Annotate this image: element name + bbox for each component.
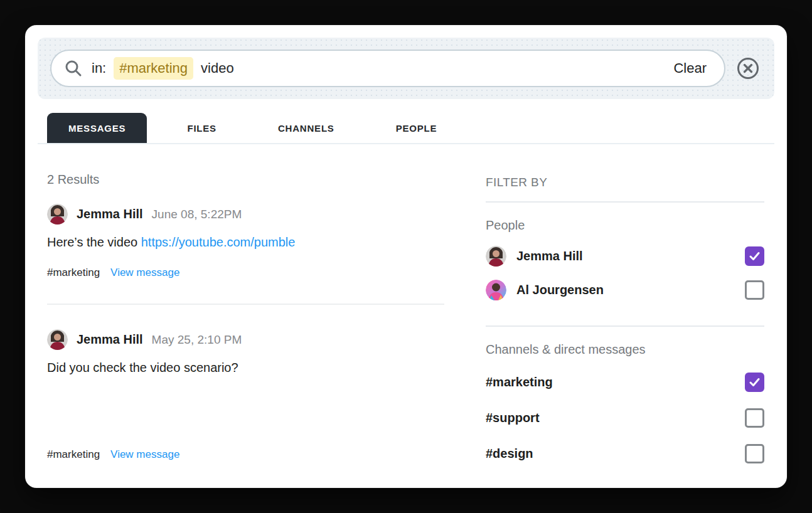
channels-group-label: Channels & direct messages bbox=[486, 342, 764, 357]
tab-files[interactable]: FILES bbox=[166, 113, 238, 143]
clear-search-button[interactable]: Clear bbox=[673, 60, 707, 77]
message-timestamp: May 25, 2:10 PM bbox=[152, 333, 242, 347]
people-group-label: People bbox=[486, 218, 764, 233]
filter-divider bbox=[486, 201, 764, 203]
message-footer: #marketing View message bbox=[47, 267, 454, 279]
channels-filter-group: Channels & direct messages #marketing #s… bbox=[486, 325, 764, 464]
results-and-filters: 2 Results Jemma Hill June 08, 5:22PM bbox=[38, 144, 774, 464]
search-channel-token[interactable]: #marketing bbox=[114, 57, 193, 80]
message-text-plain: Here’s the video bbox=[47, 235, 141, 249]
close-search-button[interactable] bbox=[734, 55, 762, 82]
person-checkbox[interactable] bbox=[745, 280, 764, 300]
message-result[interactable]: Jemma Hill June 08, 5:22PM Here’s the vi… bbox=[47, 204, 454, 279]
message-header: Jemma Hill June 08, 5:22PM bbox=[47, 204, 454, 225]
filter-channel-design[interactable]: #design bbox=[486, 443, 764, 464]
message-timestamp: June 08, 5:22PM bbox=[152, 208, 242, 221]
channel-name: #support bbox=[486, 411, 540, 425]
search-icon bbox=[64, 59, 83, 78]
message-divider bbox=[47, 304, 444, 305]
message-author: Jemma Hill bbox=[77, 332, 143, 347]
person-checkbox[interactable] bbox=[745, 246, 764, 266]
message-channel: #marketing bbox=[47, 267, 100, 279]
channel-name: #design bbox=[486, 447, 533, 461]
filter-channel-marketing[interactable]: #marketing bbox=[486, 372, 764, 393]
search-bar-container: in: #marketing video Clear bbox=[38, 38, 774, 99]
search-input[interactable]: in: #marketing video Clear bbox=[50, 50, 725, 87]
message-url-link[interactable]: https://youtube.com/pumble bbox=[141, 235, 296, 249]
avatar-jemma-hill bbox=[47, 204, 68, 225]
message-channel: #marketing bbox=[47, 448, 100, 461]
message-text: Did you check the video scenario? bbox=[47, 361, 454, 375]
avatar-jemma-hill bbox=[47, 329, 68, 350]
search-query-text: in: #marketing video bbox=[92, 57, 234, 80]
channel-checkbox[interactable] bbox=[745, 408, 764, 428]
filter-person-al-jourgensen[interactable]: Al Jourgensen bbox=[486, 280, 764, 300]
avatar-jemma-hill bbox=[486, 246, 506, 267]
checkmark-icon bbox=[748, 376, 761, 389]
search-query-word: video bbox=[201, 60, 234, 77]
search-result-tabs: MESSAGES FILES CHANNELS PEOPLE bbox=[38, 113, 774, 144]
channel-name: #marketing bbox=[486, 375, 553, 389]
checkmark-icon bbox=[748, 250, 761, 263]
message-result[interactable]: Jemma Hill May 25, 2:10 PM Did you check… bbox=[47, 329, 454, 461]
message-text: Here’s the video https://youtube.com/pum… bbox=[47, 235, 454, 250]
filter-by-heading: FILTER BY bbox=[486, 176, 764, 189]
person-name: Jemma Hill bbox=[516, 249, 583, 263]
close-circle-icon bbox=[735, 56, 761, 81]
person-name: Al Jourgensen bbox=[516, 283, 604, 297]
view-message-link[interactable]: View message bbox=[110, 448, 179, 461]
channel-checkbox[interactable] bbox=[745, 373, 764, 392]
filter-channel-support[interactable]: #support bbox=[486, 408, 764, 428]
tab-messages[interactable]: MESSAGES bbox=[47, 113, 147, 143]
results-column: 2 Results Jemma Hill June 08, 5:22PM bbox=[47, 144, 454, 464]
tab-people[interactable]: PEOPLE bbox=[375, 113, 459, 143]
message-author: Jemma Hill bbox=[77, 207, 143, 221]
avatar-al-jourgensen bbox=[486, 280, 506, 300]
view-message-link[interactable]: View message bbox=[110, 267, 179, 279]
filter-person-jemma-hill[interactable]: Jemma Hill bbox=[486, 246, 764, 267]
tab-channels[interactable]: CHANNELS bbox=[257, 113, 356, 143]
channel-checkbox[interactable] bbox=[745, 444, 764, 463]
search-dialog: in: #marketing video Clear MESSAGES FILE… bbox=[25, 25, 787, 488]
results-count: 2 Results bbox=[47, 172, 454, 187]
filter-divider bbox=[486, 325, 764, 327]
message-header: Jemma Hill May 25, 2:10 PM bbox=[47, 329, 454, 350]
search-prefix: in: bbox=[92, 60, 106, 77]
filters-column: FILTER BY People Jemma Hill bbox=[486, 144, 764, 464]
message-footer: #marketing View message bbox=[47, 448, 454, 461]
